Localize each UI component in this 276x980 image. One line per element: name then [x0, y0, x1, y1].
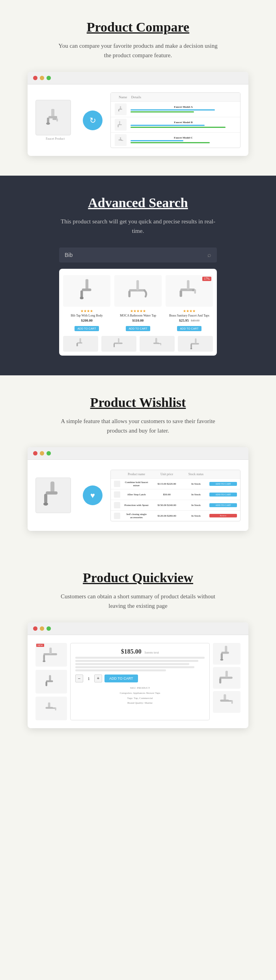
product-compare-section: Product Compare You can compare your fav…: [0, 0, 276, 176]
quickview-right-thumb-1: [213, 643, 241, 665]
svg-point-3: [46, 122, 50, 125]
compare-thumb-3: [115, 134, 127, 146]
wishlist-heart-button[interactable]: ♥: [83, 485, 103, 505]
refresh-icon: ↻: [90, 116, 96, 125]
quickview-add-to-cart-button[interactable]: ADD TO CART: [104, 675, 138, 682]
add-to-cart-button-1[interactable]: ADD TO CART: [75, 326, 99, 331]
svg-rect-39: [190, 344, 192, 348]
compare-col-spec: Details: [131, 95, 142, 99]
product-quickview-section: Product Quickview Customers can obtain a…: [0, 551, 276, 748]
compare-right-table: Name Details Faucet M: [110, 92, 241, 148]
qty-increment-button[interactable]: +: [94, 675, 102, 682]
wishlist-table-header: Product name Unit price Stock status: [111, 470, 240, 478]
quickview-price: $185.00 lorem text: [75, 648, 205, 655]
compare-table-header: Name Details: [111, 93, 240, 101]
svg-rect-26: [194, 289, 196, 293]
product-price-current-3: $25.95: [179, 319, 189, 322]
quickview-right-thumb-3: [213, 691, 241, 713]
quickview-badge: NEW: [36, 644, 44, 647]
tags-label: Tags: [127, 697, 132, 700]
wishlist-table-row-4: Self closing single accessories $120.00 …: [111, 510, 240, 521]
dot-green-quickview: [47, 626, 51, 631]
product-wishlist-title: Product Wishlist: [24, 395, 252, 410]
search-bar[interactable]: ⌕: [59, 247, 217, 262]
wishlist-price-3: $150.00 $240.00: [151, 504, 183, 507]
svg-point-59: [220, 659, 223, 661]
dot-red: [33, 76, 37, 80]
svg-rect-8: [118, 109, 119, 111]
brand-label: Brand Quality: [127, 701, 143, 705]
wishlist-row-img-2: [114, 491, 120, 498]
wishlist-table-container: Product name Unit price Stock status Com…: [110, 470, 241, 521]
meta-category: Categories: Appliances Shower Taps: [75, 691, 205, 696]
wishlist-cart-btn-3[interactable]: ADD TO CART: [209, 503, 237, 507]
wishlist-cart-btn-1[interactable]: ADD TO CART: [209, 482, 237, 486]
faucet-svg-1: [76, 278, 98, 304]
quickview-meta: SKU: PRODUCT Categories: Appliances Show…: [75, 686, 205, 705]
compare-table: Name Details Faucet M: [110, 92, 241, 148]
strip-faucet-3: [150, 337, 164, 351]
product-quickview-desc: Customers can obtain a short summary of …: [55, 592, 221, 611]
svg-rect-5: [56, 118, 58, 122]
wishlist-content: ♥ Product name Unit price Stock status: [28, 460, 248, 531]
svg-rect-23: [187, 280, 189, 289]
svg-rect-24: [180, 290, 182, 297]
search-products-grid: ★★★★ Bib Tap With Long Body $200.00 ADD …: [59, 269, 217, 334]
svg-rect-27: [80, 338, 81, 343]
quickview-price-value: $185.00: [121, 648, 142, 655]
wishlist-product-name-2: After Stop Latch: [123, 493, 149, 496]
category-label: Categories: [120, 691, 132, 695]
wishlist-row-img-4: [114, 513, 120, 519]
compare-arrow-button[interactable]: ↻: [83, 111, 103, 130]
wishlist-browser: ♥ Product name Unit price Stock status: [28, 447, 248, 531]
quickview-modal: $185.00 lorem text − 1 + ADD: [70, 643, 210, 720]
svg-rect-61: [225, 671, 228, 678]
search-icon: ⌕: [207, 251, 211, 259]
wishlist-product-name-4: Self closing single accessories: [123, 513, 149, 519]
advanced-search-section: Advanced Search This product search will…: [0, 176, 276, 375]
wishlist-product-name-1: Combine hold faucet mixer: [123, 481, 149, 487]
compare-col-name: Name: [119, 95, 127, 99]
quickview-left-thumbnails: NEW: [35, 643, 67, 720]
search-product-image-1: [63, 275, 110, 307]
search-input[interactable]: [65, 252, 207, 258]
sku-label: SKU: [130, 686, 136, 690]
add-to-cart-button-3[interactable]: ADD TO CART: [177, 326, 201, 331]
add-to-cart-button-2[interactable]: ADD TO CART: [126, 326, 150, 331]
wishlist-stock-4: In Stock: [184, 514, 208, 517]
svg-point-40: [190, 348, 192, 349]
search-product-image-2: [114, 275, 162, 307]
svg-rect-10: [118, 124, 122, 125]
wishlist-price-1: $115.00 $220.00: [151, 482, 183, 485]
svg-rect-63: [224, 694, 226, 700]
svg-point-18: [80, 296, 83, 299]
product-wishlist-desc: A simple feature that allows your custom…: [55, 416, 221, 435]
svg-rect-52: [48, 703, 50, 708]
product-compare-desc: You can compare your favorite products a…: [55, 41, 221, 60]
compare-thumb-1: [115, 103, 127, 115]
svg-rect-66: [231, 700, 233, 704]
desc-line-2: [75, 660, 198, 662]
search-product-card-3: 17% ★★★★ Brass Sanitary Faucet And Taps …: [166, 275, 213, 331]
quickview-faucet-sub-1: [41, 674, 61, 689]
svg-rect-38: [195, 338, 196, 343]
quickview-main-thumb: NEW: [35, 643, 67, 667]
wishlist-cart-btn-4[interactable]: Remove: [209, 514, 237, 517]
svg-rect-11: [118, 125, 119, 127]
wishlist-cart-btn-2[interactable]: ADD TO CART: [209, 493, 237, 497]
svg-rect-9: [119, 121, 120, 125]
wishlist-table-row-1: Combine hold faucet mixer $115.00 $220.0…: [111, 478, 240, 489]
svg-rect-33: [155, 338, 157, 343]
product-stars-1: ★★★★: [63, 309, 110, 313]
svg-rect-36: [160, 343, 161, 345]
compare-content: Faucet Product ↻ Name Details: [28, 84, 248, 156]
quickview-right-faucet-1: [216, 645, 238, 663]
strip-thumb-3: [140, 336, 175, 352]
quickview-right-thumbnails: [213, 643, 241, 720]
col-unit-price: Unit price: [151, 472, 183, 476]
wishlist-row-img-1: [114, 481, 120, 487]
qty-decrement-button[interactable]: −: [75, 675, 83, 682]
quickview-sub-thumb-1: [35, 670, 67, 693]
product-wishlist-section: Product Wishlist A simple feature that a…: [0, 375, 276, 551]
product-quickview-title: Product Quickview: [24, 570, 252, 585]
